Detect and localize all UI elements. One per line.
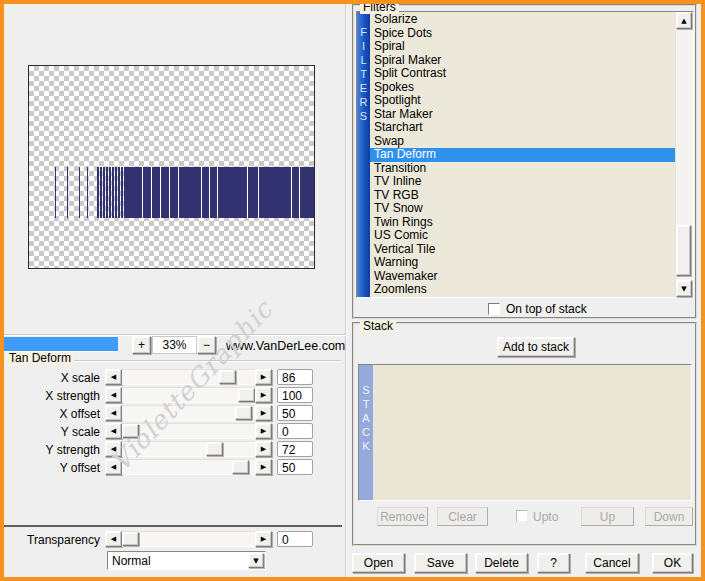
slider-value-field[interactable]: 72 — [277, 441, 313, 457]
panel-divider-vertical — [345, 4, 346, 577]
filter-item[interactable]: Star Maker — [370, 108, 675, 122]
ok-button[interactable]: OK — [652, 553, 693, 573]
slider-value-field[interactable]: 50 — [277, 405, 313, 421]
scrollbar[interactable]: ▲ ▼ — [675, 12, 693, 297]
slider-left-arrow[interactable]: ◀ — [105, 405, 122, 421]
slider-value-field[interactable]: 0 — [277, 531, 313, 547]
slider-value-field[interactable]: 86 — [277, 369, 313, 385]
slider-left-arrow[interactable]: ◀ — [105, 441, 122, 457]
upto-checkbox[interactable] — [516, 510, 528, 522]
up-button[interactable]: Up — [581, 507, 634, 526]
slider-track[interactable] — [122, 369, 255, 385]
on-top-of-stack-label: On top of stack — [506, 302, 587, 316]
filter-item[interactable]: Vertical Tile — [370, 243, 675, 257]
stack-strip: STACK — [359, 365, 373, 500]
filter-item[interactable]: Warning — [370, 256, 675, 270]
zoom-out-button[interactable]: − — [197, 336, 216, 354]
strip-letter: S — [362, 383, 369, 397]
help-button[interactable]: ? — [537, 553, 570, 573]
slider-track[interactable] — [122, 423, 255, 439]
slider-left-arrow[interactable]: ◀ — [105, 531, 122, 547]
slider-value-field[interactable]: 0 — [277, 423, 313, 439]
slider-right-arrow[interactable]: ▶ — [255, 459, 272, 475]
band-stripe — [121, 167, 123, 218]
filter-item[interactable]: Starchart — [370, 121, 675, 135]
down-button[interactable]: Down — [645, 507, 693, 526]
slider-value-field[interactable]: 100 — [277, 387, 313, 403]
slider-right-arrow[interactable]: ▶ — [255, 369, 272, 385]
param-group-label: Tan Deform — [6, 352, 74, 365]
slider-track[interactable] — [122, 459, 255, 475]
slider-thumb[interactable] — [238, 388, 255, 402]
filter-item[interactable]: Wavemaker — [370, 270, 675, 284]
filter-item[interactable]: Spiral — [370, 40, 675, 54]
slider-track[interactable] — [122, 441, 255, 457]
separator-line — [4, 525, 342, 527]
slider-right-arrow[interactable]: ▶ — [255, 423, 272, 439]
on-top-of-stack-checkbox[interactable] — [488, 303, 500, 315]
filters-listbox: FILTERS SolarizeSpice DotsSpiralSpiral M… — [356, 11, 694, 298]
slider-right-arrow[interactable]: ▶ — [255, 405, 272, 421]
filter-item[interactable]: Split Contrast — [370, 67, 675, 81]
filter-item[interactable]: TV Snow — [370, 202, 675, 216]
cancel-button[interactable]: Cancel — [585, 553, 639, 573]
on-top-of-stack-row: On top of stack — [488, 302, 587, 316]
slider-row: Y scale◀▶0 — [4, 423, 344, 439]
slider-left-arrow[interactable]: ◀ — [105, 369, 122, 385]
add-to-stack-button[interactable]: Add to stack — [497, 337, 575, 357]
chevron-down-icon[interactable]: ▼ — [248, 553, 264, 568]
slider-right-arrow[interactable]: ▶ — [255, 441, 272, 457]
slider-thumb[interactable] — [232, 460, 249, 474]
filter-item[interactable]: Twin Rings — [370, 216, 675, 230]
slider-right-arrow[interactable]: ▶ — [255, 531, 272, 547]
band-stripe — [209, 167, 210, 218]
slider-row: Y strength◀▶72 — [4, 441, 344, 457]
slider-thumb[interactable] — [122, 532, 139, 546]
deform-band — [29, 167, 314, 218]
strip-letter: T — [360, 67, 367, 81]
slider-track[interactable] — [122, 387, 255, 403]
filter-item[interactable]: Transition — [370, 162, 675, 176]
clear-button[interactable]: Clear — [437, 507, 488, 526]
slider-value-field[interactable]: 50 — [277, 459, 313, 475]
open-button[interactable]: Open — [352, 553, 405, 573]
scrollbar-thumb[interactable] — [676, 225, 691, 276]
slider-track[interactable] — [122, 531, 255, 547]
slider-left-arrow[interactable]: ◀ — [105, 387, 122, 403]
delete-button[interactable]: Delete — [475, 553, 528, 573]
save-button[interactable]: Save — [414, 553, 467, 573]
slider-thumb[interactable] — [206, 442, 223, 456]
slider-label: Y offset — [4, 461, 100, 475]
slider-thumb[interactable] — [122, 424, 139, 438]
blend-mode-dropdown[interactable]: Normal ▼ — [107, 551, 266, 570]
filter-item[interactable]: Spotlight — [370, 94, 675, 108]
scrollbar-track[interactable] — [676, 29, 693, 280]
filter-item[interactable]: Zoomlens — [370, 283, 675, 297]
band-stripe — [247, 167, 248, 218]
zoom-in-button[interactable]: + — [132, 336, 151, 354]
filter-item[interactable]: Solarize — [370, 13, 675, 27]
website-link[interactable]: www.VanDerLee.com — [226, 339, 345, 353]
scroll-down-icon[interactable]: ▼ — [676, 280, 692, 297]
stack-list — [373, 365, 691, 500]
band-stripe — [126, 167, 314, 218]
filter-item[interactable]: US Comic — [370, 229, 675, 243]
strip-letter: E — [360, 81, 367, 95]
filter-item[interactable]: TV RGB — [370, 189, 675, 203]
filter-item[interactable]: Swap — [370, 135, 675, 149]
filter-item[interactable]: Spokes — [370, 81, 675, 95]
filter-item[interactable]: Spiral Maker — [370, 54, 675, 68]
slider-left-arrow[interactable]: ◀ — [105, 423, 122, 439]
slider-thumb[interactable] — [219, 370, 236, 384]
filter-item[interactable]: TV Inline — [370, 175, 675, 189]
strip-letter: F — [360, 25, 367, 39]
slider-left-arrow[interactable]: ◀ — [105, 459, 122, 475]
slider-thumb[interactable] — [235, 406, 252, 420]
zoom-level: 33% — [152, 336, 197, 354]
slider-track[interactable] — [122, 405, 255, 421]
scroll-up-icon[interactable]: ▲ — [676, 12, 692, 29]
filter-item[interactable]: Spice Dots — [370, 27, 675, 41]
filter-item[interactable]: Tan Deform — [370, 148, 675, 162]
remove-button[interactable]: Remove — [377, 507, 428, 526]
slider-right-arrow[interactable]: ▶ — [255, 387, 272, 403]
